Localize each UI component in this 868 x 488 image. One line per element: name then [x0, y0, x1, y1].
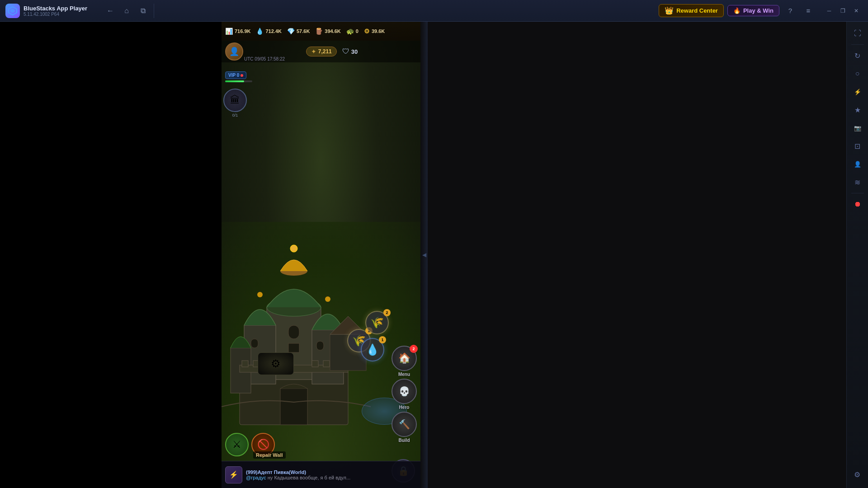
water-resource: 💧 712.4K — [256, 28, 281, 35]
shield-group: 🛡 30 — [342, 47, 358, 56]
fullscreen-button[interactable]: ⛶ — [849, 25, 866, 42]
water-level: 1 — [379, 336, 386, 343]
vip-dot — [241, 74, 243, 77]
chat-message: @градус ну Кадышева вообще, я б ей вдул.… — [246, 475, 417, 480]
crop-icon: ⊡ — [854, 142, 860, 150]
hero-btn-circle: 💀 — [392, 379, 417, 404]
svg-marker-1 — [10, 9, 15, 13]
castle-building-icon: 🏛 — [230, 94, 240, 106]
close-button[interactable]: ✕ — [850, 5, 863, 17]
topbar-nav: ← ⌂ ⧉ — [99, 4, 154, 18]
restore-button[interactable]: ❐ — [836, 5, 849, 17]
star-button[interactable]: ★ — [849, 102, 866, 118]
build-btn-label: Build — [399, 438, 410, 443]
combat-icon-button[interactable]: ⚔ — [225, 433, 249, 456]
rotate-button[interactable]: ↻ — [849, 47, 866, 64]
help-button[interactable]: ? — [783, 4, 797, 18]
svg-rect-16 — [316, 341, 324, 350]
settings-button[interactable]: ⚙ — [849, 466, 865, 483]
circle-icon: ○ — [855, 70, 860, 78]
resource-bar: 📊 716.9K 💧 712.4K 💎 57.6K 🪵 394.6K 🐢 0 ⚙ — [222, 22, 420, 41]
sidebar-separator-2 — [851, 193, 864, 193]
repair-wall-label: Repair Wall — [253, 451, 286, 459]
play-win-button[interactable]: 🔥 Play & Win — [727, 5, 779, 16]
layers-button[interactable]: ⚡ — [849, 84, 866, 100]
player-avatar[interactable]: 👤 — [225, 42, 243, 61]
app-name: BlueStacks App Player — [24, 5, 87, 12]
gold-resource: ⚙ 39.6K — [364, 28, 385, 35]
vip-badge[interactable]: VIP 0 — [225, 71, 246, 79]
menu-btn-icon: 🏠 — [398, 352, 410, 364]
castle-progress: 0/1 — [232, 113, 238, 117]
settings-gear-icon: ⚙ — [854, 470, 860, 479]
circle-button[interactable]: ○ — [849, 66, 866, 82]
gem-resource: 💎 57.6K — [287, 28, 310, 35]
flame-icon: 🔥 — [733, 7, 741, 14]
menu-btn-circle: 🏠 2 — [392, 346, 417, 371]
star-icon: ★ — [854, 106, 861, 114]
expand-handle[interactable]: ◀ — [420, 22, 428, 488]
right-panel: ◀ ⛶ ↻ ○ ⚡ ★ 📷 ⊡ — [420, 22, 868, 488]
game-viewport[interactable]: 📊 716.9K 💧 712.4K 💎 57.6K 🪵 394.6K 🐢 0 ⚙ — [222, 22, 420, 488]
chat-avatar: ⚡ — [225, 466, 242, 483]
wheat-node-2[interactable]: 🌾 2 — [365, 311, 389, 334]
food-resource: 📊 716.9K — [225, 28, 250, 35]
windows-button[interactable]: ⧉ — [136, 4, 150, 18]
svg-rect-14 — [288, 343, 299, 352]
person-button[interactable]: 👤 — [849, 156, 866, 172]
rotate-icon: ↻ — [854, 52, 860, 60]
right-sidebar: ⛶ ↻ ○ ⚡ ★ 📷 ⊡ 👤 — [846, 22, 868, 488]
chat-message-text: ну Кадышева вообще, я б ей вдул... — [268, 475, 350, 480]
castle-button[interactable]: 🏛 0/1 — [223, 89, 247, 112]
hp-fill — [225, 80, 244, 82]
water-node[interactable]: 💧 1 — [361, 338, 384, 361]
fullscreen-icon: ⛶ — [854, 29, 861, 38]
svg-point-7 — [290, 245, 297, 252]
camera-button[interactable]: 📷 — [849, 120, 866, 136]
shake-icon: ≋ — [854, 178, 860, 187]
swords-icon: ⚔ — [232, 439, 241, 450]
record-button[interactable]: ⏺ — [849, 196, 866, 212]
center-bar: ✦ 7,211 🛡 30 — [247, 47, 417, 56]
expand-arrow-icon: ◀ — [422, 252, 426, 258]
compass-icon: ✦ — [311, 48, 316, 55]
bluestacks-logo — [5, 4, 20, 18]
gem-icon: 💎 — [287, 28, 295, 35]
menu-action-button[interactable]: 🏠 2 Menu — [390, 346, 419, 377]
build-btn-circle: 🔨 — [392, 412, 417, 437]
topbar: BlueStacks App Player 5.11.42.1002 P64 ←… — [0, 0, 868, 22]
shake-button[interactable]: ≋ — [849, 174, 866, 190]
chat-content: (999)Адепт Пивка(World) @градус ну Кадыш… — [246, 469, 417, 480]
food-icon: 📊 — [225, 28, 233, 35]
build-action-button[interactable]: 🔨 Build — [390, 412, 419, 443]
build-btn-icon: 🔨 — [399, 419, 410, 430]
hero-action-button[interactable]: 💀 Hero — [390, 379, 419, 410]
minimize-button[interactable]: ─ — [823, 5, 835, 17]
svg-rect-22 — [323, 361, 330, 367]
reward-center-button[interactable]: 👑 Reward Center — [659, 4, 724, 17]
compass-group: ✦ 7,211 — [306, 47, 337, 56]
svg-rect-3 — [280, 389, 307, 425]
crown-icon: 👑 — [665, 6, 674, 15]
person-icon: 👤 — [854, 161, 861, 168]
chat-sender-name: (999)Адепт Пивка(World) — [246, 469, 417, 475]
water-icon: 💧 — [256, 28, 264, 35]
wheat-level-2: 2 — [383, 309, 391, 316]
special-icon: 🐢 — [346, 28, 354, 35]
crop-button[interactable]: ⊡ — [849, 138, 866, 154]
window-controls: ─ ❐ ✕ — [823, 5, 863, 17]
game-right-buttons: 🏠 2 Menu 💀 Hero 🔨 Build — [390, 346, 419, 443]
sidebar-separator-1 — [851, 44, 864, 45]
home-button[interactable]: ⌂ — [119, 4, 134, 18]
hero-btn-icon: 💀 — [399, 386, 410, 397]
shield-icon: 🛡 — [342, 47, 349, 56]
chat-bar[interactable]: ⚡ (999)Адепт Пивка(World) @градус ну Кад… — [222, 461, 420, 488]
wood-resource: 🪵 394.6K — [315, 28, 340, 35]
water-circle: 💧 1 — [361, 338, 384, 361]
svg-point-9 — [257, 292, 263, 297]
hero-btn-label: Hero — [399, 405, 410, 410]
back-button[interactable]: ← — [103, 4, 118, 18]
menu-button[interactable]: ≡ — [801, 4, 816, 18]
special-resource: 🐢 0 — [346, 28, 359, 35]
gold-icon: ⚙ — [364, 28, 370, 35]
